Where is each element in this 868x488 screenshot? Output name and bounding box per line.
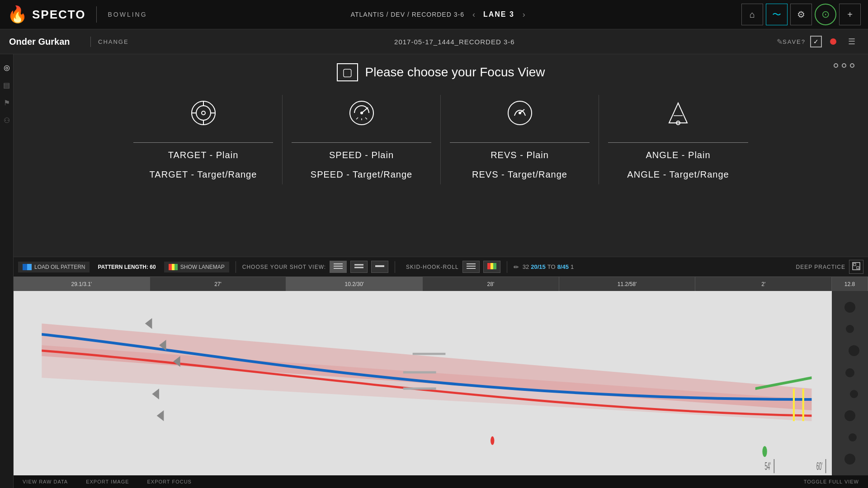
sidebar-grid-icon[interactable]: ▤ [3, 81, 10, 89]
single-line-icon [375, 263, 384, 269]
export-focus-button[interactable]: EXPORT FOCUS [147, 479, 192, 484]
save-check-button[interactable]: ✓ [810, 36, 822, 47]
angle-range-label: ANGLE - Target/Range [627, 169, 729, 180]
settings-button[interactable]: ⚙ [790, 4, 812, 25]
logo-flame-icon: 🔥 [7, 6, 28, 23]
target-range-label: TARGET - Target/Range [150, 169, 257, 180]
angle-plain-label: ANGLE - Plain [646, 150, 710, 160]
view-btn-single[interactable] [371, 261, 388, 273]
ball-dot-4 [845, 368, 854, 377]
focus-angle-col[interactable]: ANGLE - Plain ANGLE - Target/Range [599, 95, 757, 184]
home-icon: ⌂ [750, 9, 755, 20]
toolbar-separator-1 [236, 261, 236, 273]
pencil-icon[interactable]: ✏ [514, 263, 519, 271]
focus-dots [834, 63, 854, 68]
subheader: Onder Gurkan CHANGE 2017-05-17_1444_RECO… [0, 29, 868, 54]
sidebar-flag-icon[interactable]: ⚑ [4, 99, 10, 107]
view-btn-lines[interactable] [330, 261, 347, 273]
menu-button[interactable]: ☰ [844, 35, 859, 48]
dot-1 [834, 63, 838, 68]
bottom-toolbar: LOAD OIL PATTERN PATTERN LENGTH: 60 SHOW… [14, 257, 868, 277]
shot-view-label: CHOOSE YOUR SHOT VIEW: [242, 264, 326, 270]
ruler-tick-5: 11.2/58' [559, 277, 696, 291]
content-area: ▢ Please choose your Focus View [14, 54, 868, 488]
svg-rect-37 [802, 389, 804, 421]
load-oil-label: LOAD OIL PATTERN [34, 264, 85, 270]
svg-point-2 [202, 111, 205, 115]
ball-dot-8 [844, 454, 855, 465]
lane-label: LANE 3 [479, 10, 519, 19]
divider-angle [608, 142, 748, 143]
activity-button[interactable]: 〜 [766, 4, 788, 25]
bottom-labels: VIEW RAW DATA EXPORT IMAGE EXPORT FOCUS … [14, 475, 868, 488]
svg-point-39 [762, 446, 767, 457]
speed-range-label: SPEED - Target/Range [311, 169, 412, 180]
ball-dot-1 [844, 302, 855, 313]
session-label: ATLANTIS / DEV / RECORDED 3-6 [351, 11, 464, 18]
svg-rect-36 [793, 389, 795, 421]
svg-point-9 [360, 112, 363, 114]
skid-view-colors[interactable] [483, 261, 500, 273]
view-raw-data-button[interactable]: VIEW RAW DATA [23, 479, 68, 484]
svg-text:60': 60' [816, 460, 823, 472]
logo-divider [96, 6, 97, 23]
lane-chart-svg: 54' 60' [14, 291, 868, 475]
edit-icon[interactable]: ✎ [777, 38, 783, 46]
user-button[interactable]: ⊙ [815, 4, 836, 25]
nav-center: ATLANTIS / DEV / RECORDED 3-6 ‹ LANE 3 › [147, 10, 732, 19]
change-button[interactable]: CHANGE [90, 37, 136, 47]
add-button[interactable]: + [839, 4, 861, 25]
ruler-tick-1: 29.1/3.1' [14, 277, 150, 291]
focus-target-col[interactable]: TARGET - Plain TARGET - Target/Range [124, 95, 283, 184]
focus-speed-col[interactable]: SPEED - Plain SPEED - Target/Range [283, 95, 441, 184]
ball-dot-3 [849, 345, 859, 356]
svg-point-1 [196, 106, 211, 120]
focus-revs-col[interactable]: REVS - Plain REVS - Target/Range [441, 95, 599, 184]
sidebar-users-icon[interactable]: ⚇ [4, 116, 10, 125]
target-icon [190, 99, 217, 131]
session-filename: 2017-05-17_1444_RECORDED 3-6 [136, 38, 773, 46]
oil-pattern-icon [23, 264, 32, 270]
check-icon: ✓ [813, 38, 819, 45]
main-area: ◎ ▤ ⚑ ⚇ ▢ Please choose your Focus View [0, 54, 868, 488]
revs-range-label: REVS - Target/Range [472, 169, 567, 180]
add-icon: + [847, 9, 853, 20]
toggle-full-view-button[interactable]: TOGGLE FULL VIEW [804, 479, 859, 484]
svg-rect-32 [857, 267, 859, 269]
svg-text:54': 54' [765, 460, 771, 472]
save-label: SAVE? [783, 38, 806, 45]
nav-left-arrow[interactable]: ‹ [469, 10, 479, 19]
dot-3 [850, 63, 854, 68]
show-lanemap-label: SHOW LANEMAP [180, 264, 225, 270]
record-button[interactable] [830, 38, 836, 45]
divider-revs [450, 142, 590, 143]
speed-plain-label: SPEED - Plain [329, 150, 394, 160]
deep-practice-label: DEEP PRACTICE [796, 264, 845, 270]
logo-bowling: BOWLING [108, 11, 147, 18]
toolbar-separator-2 [395, 261, 395, 273]
ruler-tick-6: 2' [695, 277, 832, 291]
nav-right-arrow[interactable]: › [519, 10, 529, 19]
view-btn-medium[interactable] [350, 261, 368, 273]
divider-speed [292, 142, 431, 143]
home-button[interactable]: ⌂ [741, 4, 763, 25]
activity-icon: 〜 [772, 9, 781, 21]
ball-dots-panel [832, 291, 868, 475]
load-oil-button[interactable]: LOAD OIL PATTERN [18, 262, 90, 272]
medium-lines-icon [354, 263, 363, 269]
sidebar-target-icon[interactable]: ◎ [4, 63, 10, 72]
focus-options-grid: TARGET - Plain TARGET - Target/Range [124, 95, 757, 184]
logo-area: 🔥 SPECTO BOWLING [7, 6, 147, 23]
speed-icon [348, 99, 375, 131]
svg-point-15 [519, 112, 521, 114]
svg-line-12 [365, 117, 367, 119]
ruler-tick-7: 12.8 [832, 277, 868, 291]
svg-rect-29 [493, 263, 496, 269]
expand-button[interactable] [849, 260, 863, 274]
export-image-button[interactable]: EXPORT IMAGE [86, 479, 129, 484]
pattern-length-label: PATTERN LENGTH: [98, 264, 148, 270]
show-lanemap-button[interactable]: SHOW LANEMAP [164, 262, 229, 272]
user-icon: ⊙ [821, 9, 830, 20]
skid-view-lines[interactable] [462, 261, 480, 273]
range-to-label: TO [547, 263, 556, 270]
